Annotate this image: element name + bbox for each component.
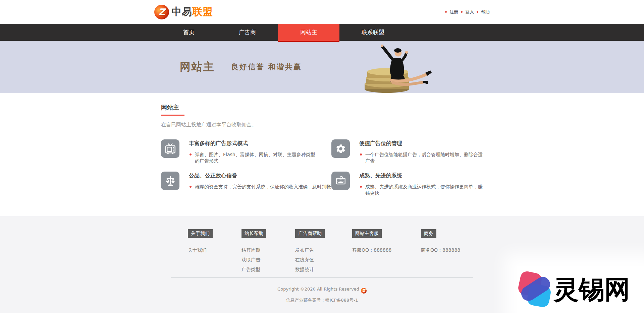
- footer-col-business: 商务 商务QQ：888888: [421, 229, 471, 274]
- footer-heading-business: 商务: [421, 229, 436, 238]
- watermark-lingxiwang: 灵锡网: [517, 266, 644, 313]
- feature-advanced-system: 成熟、先进的系统 成熟、先进的系统及商业运作模式，使你操作更简单，赚钱更快: [331, 172, 483, 196]
- footer-link-about[interactable]: 关于我们: [188, 245, 228, 255]
- section-intro: 在自已网站上投放广通过本平台收取佣金。: [161, 122, 483, 128]
- footer-link-publish-ads[interactable]: 发布广告: [295, 245, 339, 255]
- footer-heading-advertiser-help: 广告商帮助: [295, 229, 325, 238]
- logo-z-icon: Z: [361, 288, 367, 294]
- bullet-icon: [360, 186, 362, 188]
- logo-text-secondary: 联盟: [192, 6, 213, 17]
- footer-heading-webmaster-help: 站长帮助: [241, 229, 266, 238]
- footer-heading-webmaster-service: 网站主客服: [352, 229, 382, 238]
- feature-title: 公品、公正放心信誉: [189, 172, 331, 179]
- watermark-text: 灵锡网: [553, 277, 630, 302]
- nav-tab-contact[interactable]: 联系联盟: [339, 24, 407, 42]
- bullet-icon: [190, 153, 192, 155]
- feature-desc: 一个广告位智能轮播广告，后台管理随时增加、删除合适广告: [359, 151, 483, 164]
- nav-tab-home[interactable]: 首页: [161, 24, 217, 42]
- help-link[interactable]: 帮助: [481, 9, 490, 15]
- main-nav: 首页 广告商 网站主 联系联盟: [0, 24, 644, 41]
- footer-link-ad-types[interactable]: 广告类型: [241, 265, 282, 274]
- gear-icon: [331, 139, 350, 158]
- hero-banner: 网站主 良好信誉 和谐共赢: [0, 41, 644, 93]
- footer-link-settlement-cycle[interactable]: 结算周期: [241, 245, 282, 255]
- footer-business-qq: 商务QQ：888888: [421, 245, 471, 255]
- hero-title: 网站主: [180, 60, 215, 74]
- hero-text: 网站主 良好信誉 和谐共赢: [180, 60, 302, 74]
- logo-text-primary: 中易: [171, 6, 192, 17]
- feature-fair-credit: 公品、公正放心信誉 雄厚的资金支持，完善的支付系统，保证你的收入准确，及时到帐: [161, 172, 331, 196]
- tv-icon: [161, 139, 179, 158]
- feature-desc: 弹窗、图片、Flash、富媒体、网摘、对联、主题多种类型的广告形式: [189, 151, 320, 164]
- feature-title: 成熟、先进的系统: [359, 172, 483, 179]
- feature-desc: 雄厚的资金支持，完善的支付系统，保证你的收入准确，及时到帐: [189, 184, 331, 190]
- footer-heading-about: 关于我们: [188, 229, 213, 238]
- login-link[interactable]: 登入: [465, 9, 474, 15]
- footer-columns: 关于我们 关于我们 站长帮助 结算周期 获取广告 广告类型 广告商帮助 发布广告…: [171, 229, 473, 274]
- scale-icon: [161, 172, 179, 190]
- footer-col-about: 关于我们 关于我们: [188, 229, 228, 274]
- top-links: 注册 登入 帮助: [442, 9, 490, 15]
- footer-link-online-recharge[interactable]: 在线充值: [295, 255, 339, 265]
- main-section: 网站主 在自已网站上投放广通过本平台收取佣金。: [0, 93, 644, 216]
- hero-subtitle: 良好信誉 和谐共赢: [231, 62, 302, 72]
- lingxiwang-logo-icon: [519, 271, 553, 308]
- feature-desc: 成熟、先进的系统及商业运作模式，使你操作更简单，赚钱更快: [359, 184, 483, 196]
- bullet-icon: [190, 186, 192, 188]
- nav-tab-advertiser[interactable]: 广告商: [217, 24, 278, 42]
- section-title-rule: [161, 115, 483, 116]
- section-title: 网站主: [161, 104, 483, 112]
- nav-tab-webmaster-active[interactable]: 网站主: [278, 24, 339, 42]
- feature-ad-slot-management: 便捷广告位的管理 一个广告位智能轮播广告，后台管理随时增加、删除合适广告: [331, 139, 483, 164]
- footer-col-webmaster-help: 站长帮助 结算周期 获取广告 广告类型: [241, 229, 282, 274]
- bullet-icon: [477, 11, 478, 13]
- bullet-icon: [461, 11, 463, 13]
- header: Z 中易联盟 注册 登入 帮助: [0, 0, 644, 24]
- keyboard-icon: [331, 172, 350, 190]
- bullet-icon: [360, 153, 362, 155]
- footer-link-data-stats[interactable]: 数据统计: [295, 265, 339, 274]
- footer-link-get-ads[interactable]: 获取广告: [241, 255, 282, 265]
- bullet-icon: [445, 11, 447, 13]
- footer-col-webmaster-service: 网站主客服 客服QQ：888888: [352, 229, 408, 274]
- logo-text: 中易联盟: [171, 5, 213, 19]
- feature-ad-formats: 丰富多样的广告形式模式 弹窗、图片、Flash、富媒体、网摘、对联、主题多种类型…: [161, 139, 331, 164]
- footer-divider: [171, 277, 473, 278]
- footer-service-qq: 客服QQ：888888: [352, 245, 408, 255]
- logo-z-icon: Z: [154, 5, 169, 19]
- hero-photo-woman-on-coins: [363, 42, 437, 93]
- feature-title: 丰富多样的广告形式模式: [189, 140, 320, 147]
- feature-title: 便捷广告位的管理: [359, 140, 483, 147]
- register-link[interactable]: 注册: [449, 9, 458, 15]
- features-grid: 丰富多样的广告形式模式 弹窗、图片、Flash、富媒体、网摘、对联、主题多种类型…: [161, 139, 483, 196]
- site-logo[interactable]: Z 中易联盟: [154, 5, 213, 19]
- footer-col-advertiser-help: 广告商帮助 发布广告 在线充值 数据统计: [295, 229, 339, 274]
